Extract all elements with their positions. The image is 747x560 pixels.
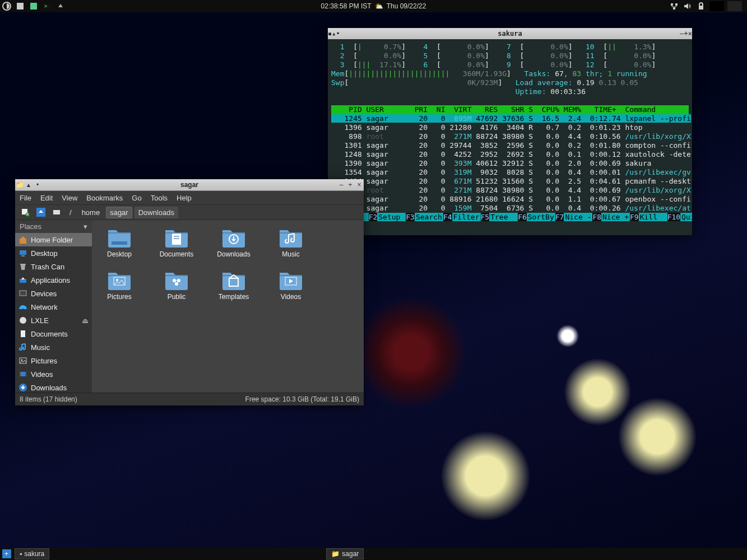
show-desktop-icon[interactable]: +	[2, 549, 12, 559]
volume-icon[interactable]	[683, 1, 693, 11]
sidebar-item-network[interactable]: Network	[15, 300, 92, 314]
menu-file[interactable]: File	[20, 194, 31, 202]
terminal-window: ▪ ▴ • sakura – + × 1 [| 0.7%] 4 [ 0.0%] …	[328, 28, 692, 235]
fm-sidebar: Places ▾ Home FolderDesktopTrash CanAppl…	[15, 220, 92, 393]
breadcrumb-home[interactable]: home	[78, 207, 104, 218]
sidebar-item-lxle[interactable]: LXLE⏏	[15, 314, 92, 327]
sidebar-item-pictures[interactable]: Pictures	[15, 354, 92, 367]
music-icon	[18, 343, 27, 352]
up-arrow-icon[interactable]	[55, 1, 66, 11]
nav-up-icon[interactable]	[36, 207, 46, 217]
taskbar-item-sagar[interactable]: 📁 sagar	[326, 548, 364, 559]
chevron-down-icon: ▾	[83, 222, 87, 231]
folder-downloads[interactable]: Downloads	[212, 226, 256, 258]
up-icon[interactable]: ▴	[332, 29, 336, 38]
folder-icon	[220, 268, 247, 291]
sidebar-item-desktop[interactable]: Desktop	[15, 246, 92, 260]
clock-date: Thu 09/22/22	[387, 2, 426, 10]
minimize-button[interactable]: –	[337, 181, 346, 189]
applications-icon	[18, 276, 27, 284]
svg-rect-24	[20, 372, 26, 376]
pictures-icon	[18, 356, 27, 365]
breadcrumb-downloads[interactable]: Downloads	[134, 207, 178, 218]
drive-icon[interactable]	[52, 207, 62, 217]
lxle-icon	[18, 316, 27, 325]
trash-can-icon	[18, 262, 27, 271]
dot-icon[interactable]: •	[33, 181, 42, 189]
terminal-launcher-icon[interactable]: >	[42, 1, 52, 11]
sidebar-item-devices[interactable]: Devices	[15, 287, 92, 300]
menu-go[interactable]: Go	[132, 194, 141, 202]
folder-desktop[interactable]: Desktop	[98, 226, 141, 258]
folder-pictures[interactable]: Pictures	[98, 268, 141, 301]
dot-icon[interactable]: •	[336, 29, 340, 38]
tray-blank	[709, 1, 724, 11]
folder-icon	[163, 226, 190, 248]
breadcrumb-user[interactable]: sagar	[106, 207, 132, 218]
tray-blank-2	[727, 1, 742, 11]
network-icon[interactable]	[669, 1, 679, 11]
sidebar-item-videos[interactable]: Videos	[15, 367, 92, 381]
eject-icon[interactable]: ⏏	[82, 316, 89, 325]
terminal-titlebar[interactable]: ▪ ▴ • sakura – + ×	[328, 28, 692, 39]
fm-statusbar: 8 items (17 hidden) Free space: 10.3 GiB…	[15, 393, 364, 405]
sidebar-item-home-folder[interactable]: Home Folder	[15, 233, 92, 246]
start-menu-icon[interactable]	[2, 1, 12, 11]
sidebar-item-downloads[interactable]: Downloads	[15, 381, 92, 393]
lock-icon[interactable]	[696, 1, 706, 11]
menu-tools[interactable]: Tools	[151, 194, 168, 202]
file-manager-window: 📁 ▴ • sagar – + × File Edit View Bookmar…	[15, 179, 364, 405]
status-item-count: 8 items (17 hidden)	[20, 395, 77, 403]
terminal-icon: ▪	[328, 29, 332, 38]
svg-rect-6	[675, 3, 678, 6]
svg-rect-16	[21, 255, 25, 256]
svg-rect-5	[671, 3, 673, 6]
sidebar-places-header[interactable]: Places ▾	[15, 220, 92, 233]
breadcrumb-root[interactable]: /	[66, 207, 76, 218]
maximize-button[interactable]: +	[684, 29, 688, 38]
close-button[interactable]: ×	[688, 29, 692, 38]
videos-icon	[18, 370, 27, 379]
panel-app-icon[interactable]	[15, 1, 25, 11]
terminal-title: sakura	[340, 29, 680, 38]
taskbar-item-sakura[interactable]: ▪ sakura	[15, 548, 49, 559]
folder-videos[interactable]: Videos	[269, 268, 313, 301]
sidebar-item-music[interactable]: Music	[15, 340, 92, 354]
terminal-output[interactable]: 1 [| 0.7%] 4 [ 0.0%] 7 [ 0.0%] 10 [|| 1.…	[328, 39, 692, 235]
fm-title: sagar	[42, 181, 337, 189]
fm-menubar: File Edit View Bookmarks Go Tools Help	[15, 191, 364, 205]
folder-icon	[277, 268, 304, 291]
svg-rect-18	[20, 279, 26, 283]
minimize-button[interactable]: –	[680, 29, 684, 38]
folder-templates[interactable]: Templates	[212, 268, 256, 301]
sidebar-item-applications[interactable]: Applications	[15, 273, 92, 287]
folder-icon	[220, 226, 247, 248]
home-folder-icon	[18, 235, 27, 244]
svg-rect-8	[699, 6, 703, 10]
fm-titlebar[interactable]: 📁 ▴ • sagar – + ×	[15, 179, 364, 191]
close-button[interactable]: ×	[355, 181, 364, 189]
folder-icon	[106, 268, 133, 291]
svg-rect-28	[112, 241, 127, 245]
up-icon[interactable]: ▴	[24, 181, 33, 189]
menu-view[interactable]: View	[62, 194, 77, 202]
fm-icon-view[interactable]: DesktopDocumentsDownloadsMusicPicturesPu…	[92, 220, 364, 393]
maximize-button[interactable]: +	[346, 181, 355, 189]
sidebar-item-documents[interactable]: Documents	[15, 327, 92, 340]
new-tab-icon[interactable]: +	[20, 207, 30, 217]
menu-help[interactable]: Help	[177, 194, 192, 202]
svg-rect-13	[53, 210, 60, 214]
folder-public[interactable]: Public	[155, 268, 198, 301]
folder-icon	[106, 226, 133, 248]
svg-rect-17	[20, 264, 26, 265]
fm-toolbar: + / home sagar Downloads	[15, 205, 364, 220]
panel-app-icon-2[interactable]	[29, 1, 39, 11]
clock-time: 02:38:58 PM IST	[321, 2, 372, 10]
svg-rect-30	[174, 236, 179, 237]
menu-bookmarks[interactable]: Bookmarks	[86, 194, 123, 202]
svg-text:+: +	[26, 212, 29, 216]
folder-music[interactable]: Music	[269, 226, 313, 258]
sidebar-item-trash-can[interactable]: Trash Can	[15, 260, 92, 273]
menu-edit[interactable]: Edit	[40, 194, 53, 202]
folder-documents[interactable]: Documents	[155, 226, 198, 258]
